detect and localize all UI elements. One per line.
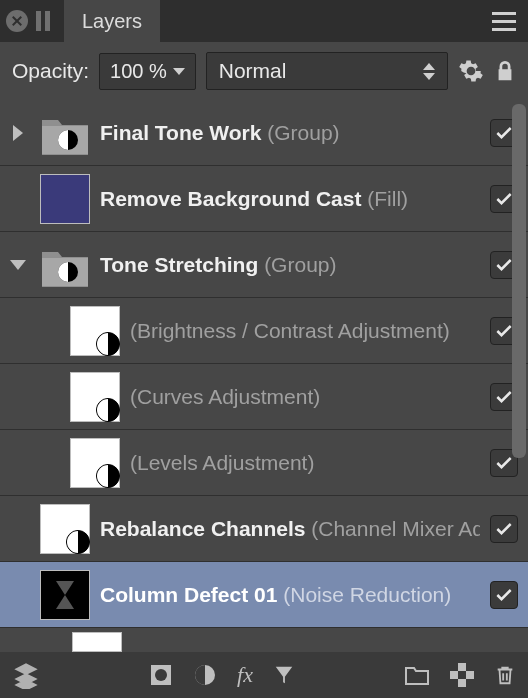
layers-list: Final Tone Work (Group) Remove Backgroun…: [0, 100, 528, 652]
svg-rect-8: [450, 663, 458, 671]
layer-thumbnail: [70, 306, 120, 356]
layer-thumbnail: [40, 570, 90, 620]
layer-row[interactable]: [0, 628, 528, 652]
layer-label: Remove Background Cast (Fill): [100, 187, 480, 211]
blend-mode-select[interactable]: Normal: [206, 52, 448, 90]
layer-label: (Brightness / Contrast Adjustment): [130, 319, 480, 343]
gear-icon[interactable]: [458, 58, 484, 84]
layer-thumbnail: [72, 632, 122, 652]
layer-row[interactable]: (Curves Adjustment): [0, 364, 528, 430]
opacity-input[interactable]: 100 %: [99, 53, 196, 90]
layer-thumbnail: [40, 504, 90, 554]
mask-icon[interactable]: [149, 663, 173, 687]
layer-row[interactable]: Rebalance Channels (Channel Mixer Adjust…: [0, 496, 528, 562]
adjustment-badge-icon: [66, 530, 90, 554]
adjustment-badge-icon: [96, 398, 120, 422]
live-filter-icon[interactable]: [273, 663, 295, 687]
visibility-checkbox[interactable]: [490, 515, 518, 543]
layer-row[interactable]: Column Defect 01 (Noise Reduction): [0, 562, 528, 628]
blend-mode-value: Normal: [219, 59, 287, 83]
layer-thumbnail: [70, 372, 120, 422]
fx-icon[interactable]: fx: [237, 662, 253, 688]
layer-stack-icon[interactable]: [12, 661, 40, 689]
adjustment-badge-icon: [96, 332, 120, 356]
blend-mode-stepper-icon: [423, 63, 435, 80]
layer-row[interactable]: Final Tone Work (Group): [0, 100, 528, 166]
opacity-value: 100 %: [110, 60, 167, 83]
svg-rect-10: [458, 671, 466, 679]
svg-rect-9: [466, 663, 474, 671]
adjustment-icon[interactable]: [193, 663, 217, 687]
svg-rect-11: [450, 679, 458, 687]
layer-thumbnail: [40, 174, 90, 224]
expand-arrow-icon[interactable]: [6, 121, 30, 145]
layers-footer: fx: [0, 652, 528, 698]
layer-label: Rebalance Channels (Channel Mixer Adjust…: [100, 517, 480, 541]
layer-thumbnail: [40, 240, 90, 290]
layer-label: (Curves Adjustment): [130, 385, 480, 409]
visibility-checkbox[interactable]: [490, 581, 518, 609]
opacity-label: Opacity:: [12, 59, 89, 83]
svg-point-5: [155, 669, 167, 681]
collapse-arrow-icon[interactable]: [6, 253, 30, 277]
layers-tab[interactable]: Layers: [64, 0, 160, 42]
layer-row[interactable]: (Levels Adjustment): [0, 430, 528, 496]
lock-icon[interactable]: [494, 58, 516, 84]
panel-menu-icon[interactable]: [492, 12, 516, 31]
layer-row[interactable]: Tone Stretching (Group): [0, 232, 528, 298]
layer-row[interactable]: (Brightness / Contrast Adjustment): [0, 298, 528, 364]
opacity-dropdown-icon: [173, 68, 185, 75]
adjustment-badge-icon: [96, 464, 120, 488]
layers-tab-label: Layers: [82, 10, 142, 33]
layer-label: Tone Stretching (Group): [100, 253, 480, 277]
svg-rect-12: [466, 679, 474, 687]
scrollbar[interactable]: [512, 104, 526, 458]
layer-row[interactable]: Remove Background Cast (Fill): [0, 166, 528, 232]
layer-label: (Levels Adjustment): [130, 451, 480, 475]
layer-thumbnail: [70, 438, 120, 488]
layer-label: Final Tone Work (Group): [100, 121, 480, 145]
checker-icon[interactable]: [450, 663, 474, 687]
dock-drag-icon: [36, 11, 50, 31]
close-panel-icon[interactable]: [6, 10, 28, 32]
group-folder-icon[interactable]: [404, 664, 430, 686]
layer-thumbnail: [40, 108, 90, 158]
trash-icon[interactable]: [494, 662, 516, 688]
layer-label: Column Defect 01 (Noise Reduction): [100, 583, 480, 607]
